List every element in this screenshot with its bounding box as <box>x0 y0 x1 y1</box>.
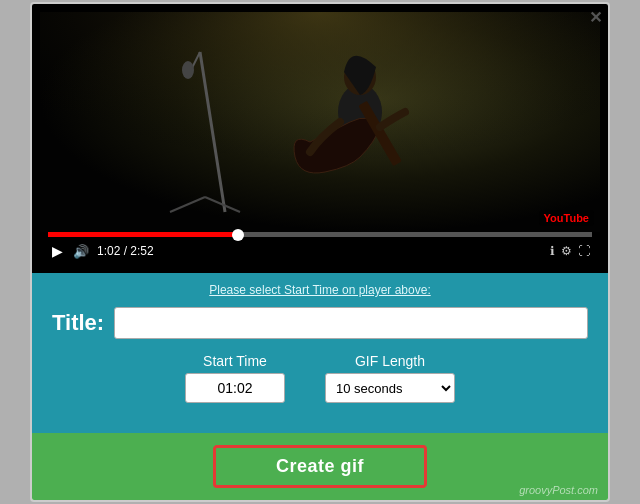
volume-icon[interactable]: 🔊 <box>73 244 89 259</box>
create-section: Create gif groovyPost.com <box>32 433 608 500</box>
form-section: Please select Start Time on player above… <box>32 273 608 433</box>
info-icon[interactable]: ℹ <box>550 244 555 258</box>
gif-length-label: GIF Length <box>355 353 425 369</box>
youtube-logo: YouTube <box>539 210 594 226</box>
fields-row: Start Time GIF Length 5 seconds 10 secon… <box>52 353 588 403</box>
gif-length-select[interactable]: 5 seconds 10 seconds 15 seconds 20 secon… <box>325 373 455 403</box>
title-row: Title: <box>52 307 588 339</box>
close-button[interactable]: ✕ <box>589 8 602 27</box>
create-gif-button[interactable]: Create gif <box>213 445 427 488</box>
youtube-you: You <box>544 212 564 224</box>
progress-bar-container[interactable] <box>40 232 600 237</box>
controls-bar: ▶ 🔊 1:02 / 2:52 ℹ ⚙ ⛶ <box>40 237 600 265</box>
modal-container: ✕ <box>30 2 610 502</box>
progress-fill <box>48 232 238 237</box>
fullscreen-icon[interactable]: ⛶ <box>578 244 590 258</box>
svg-point-4 <box>182 61 194 79</box>
settings-icon[interactable]: ⚙ <box>561 244 572 258</box>
progress-track[interactable] <box>48 232 592 237</box>
youtube-tube: Tube <box>564 212 589 224</box>
video-container: YouTube ▶ 🔊 1:02 / 2:52 ℹ ⚙ ⛶ <box>32 4 608 273</box>
progress-thumb <box>232 229 244 241</box>
gif-length-group: GIF Length 5 seconds 10 seconds 15 secon… <box>325 353 455 403</box>
title-input[interactable] <box>114 307 588 339</box>
video-scene <box>40 12 600 232</box>
time-display: 1:02 / 2:52 <box>97 244 542 258</box>
svg-rect-1 <box>40 12 600 232</box>
start-time-input[interactable] <box>185 373 285 403</box>
watermark: groovyPost.com <box>519 484 598 496</box>
play-button[interactable]: ▶ <box>50 241 65 261</box>
instruction-text: Please select Start Time on player above… <box>52 283 588 297</box>
ctrl-right: ℹ ⚙ ⛶ <box>550 244 590 258</box>
video-thumbnail: YouTube <box>40 12 600 232</box>
title-label: Title: <box>52 310 104 336</box>
start-time-group: Start Time <box>185 353 285 403</box>
start-time-label: Start Time <box>203 353 267 369</box>
